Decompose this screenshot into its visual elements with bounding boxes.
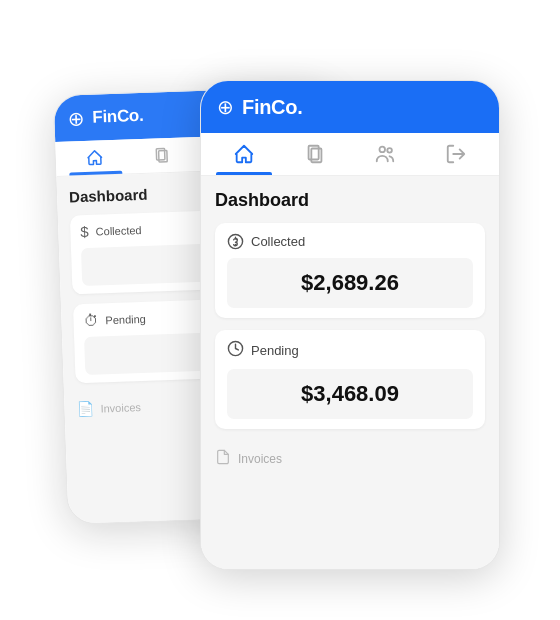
collected-value: $2,689.26 bbox=[301, 270, 399, 295]
svg-point-6 bbox=[380, 147, 386, 153]
collected-header-front: Collected bbox=[227, 233, 473, 250]
nav-home-front[interactable] bbox=[209, 133, 280, 175]
invoices-icon bbox=[215, 449, 231, 469]
brand-name-back: FinCo. bbox=[92, 106, 144, 128]
phone-body-front: Dashboard Collected bbox=[201, 176, 499, 570]
pending-value: $3,468.09 bbox=[301, 381, 399, 406]
collected-value-wrap-front: $2,689.26 bbox=[227, 258, 473, 308]
pending-label-back: Pending bbox=[105, 312, 146, 325]
invoices-row-front: Invoices bbox=[215, 441, 485, 469]
globe-icon-back: ⊕ bbox=[67, 106, 85, 131]
nav-home-back[interactable] bbox=[61, 139, 129, 175]
collected-card-front: Collected $2,689.26 bbox=[215, 223, 485, 318]
dashboard-title-front: Dashboard bbox=[215, 190, 485, 211]
clock-icon-back: ⏱ bbox=[83, 312, 99, 330]
invoices-label-front: Invoices bbox=[238, 452, 282, 466]
content-front: Dashboard Collected bbox=[201, 176, 499, 570]
globe-icon-front: ⊕ bbox=[217, 95, 234, 119]
collected-label-back: Collected bbox=[95, 223, 141, 237]
nav-logout-front[interactable] bbox=[421, 133, 492, 175]
svg-point-7 bbox=[388, 148, 393, 153]
app-header-front: ⊕ FinCo. bbox=[201, 81, 499, 133]
brand-name-front: FinCo. bbox=[242, 96, 302, 119]
nav-front bbox=[201, 133, 499, 176]
pending-value-wrap-front: $3,468.09 bbox=[227, 369, 473, 419]
invoices-label-back: Invoices bbox=[100, 401, 141, 414]
dollar-icon-back: $ bbox=[80, 223, 89, 240]
pending-label-front: Pending bbox=[251, 343, 299, 358]
pending-card-front: Pending $3,468.09 bbox=[215, 330, 485, 429]
pending-header-front: Pending bbox=[227, 340, 473, 361]
nav-docs-back[interactable] bbox=[128, 137, 196, 173]
dollar-circle-icon bbox=[227, 233, 244, 250]
phone-front: ⊕ FinCo. bbox=[200, 80, 500, 570]
invoice-icon-back: 📄 bbox=[76, 401, 94, 418]
nav-docs-front[interactable] bbox=[280, 133, 351, 175]
collected-label-front: Collected bbox=[251, 234, 305, 249]
clock-icon bbox=[227, 340, 244, 361]
nav-people-front[interactable] bbox=[350, 133, 421, 175]
